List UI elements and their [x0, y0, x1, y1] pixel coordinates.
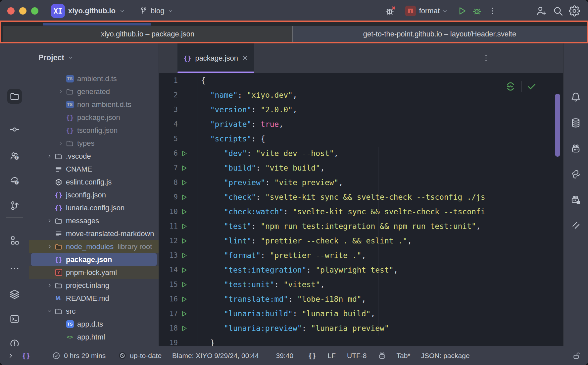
tree-item-move-translated-markdown[interactable]: move-translated-markdown — [29, 227, 159, 240]
terminal-icon[interactable] — [7, 312, 22, 326]
blame-widget[interactable]: Blame: XIYO 9/29/24, 00:44 — [172, 352, 259, 360]
caret-position-widget[interactable]: 39:40 — [276, 352, 294, 360]
run-script-gutter-icon[interactable] — [178, 292, 190, 306]
code-line-9[interactable]: 9 "check": "svelte-kit sync && svelte-ch… — [159, 190, 563, 204]
run-script-gutter-icon[interactable] — [178, 146, 190, 161]
structure-icon[interactable] — [7, 233, 22, 248]
code-editor[interactable]: 1{2 "name": "xiyo.dev",3 "version": "2.0… — [159, 73, 563, 346]
tree-item-app-html[interactable]: <>app.html — [29, 331, 159, 343]
zoom-window-button[interactable] — [31, 7, 38, 15]
inspections-widget[interactable] — [505, 80, 537, 92]
close-window-button[interactable] — [7, 7, 15, 15]
chevron-down-icon[interactable] — [442, 8, 448, 14]
code-line-19[interactable]: 19 } — [159, 336, 563, 346]
code-line-11[interactable]: 11 "test": "npm run test:integration && … — [159, 219, 563, 234]
editor-tab-package-json[interactable]: {} package.json ✕ — [177, 43, 254, 73]
code-line-8[interactable]: 8 "preview": "vite preview", — [159, 175, 563, 190]
chevron-right-icon[interactable] — [44, 218, 54, 224]
run-script-gutter-icon[interactable] — [178, 219, 190, 234]
code-line-6[interactable]: 6 "dev": "vite dev --host", — [159, 146, 563, 161]
code-with-me-user-plus-icon[interactable] — [535, 5, 548, 17]
project-folder-icon[interactable] — [7, 89, 22, 104]
search-everywhere-icon[interactable] — [552, 5, 564, 17]
code-line-7[interactable]: 7 "build": "vite build", — [159, 161, 563, 175]
npm-run-config-icon[interactable] — [405, 6, 416, 16]
tree-item-types[interactable]: types — [29, 137, 159, 150]
settings-gear-icon[interactable] — [568, 5, 581, 17]
project-panel-header[interactable]: Project — [29, 43, 159, 72]
project-widget[interactable]: XI xiyo.github.io — [51, 4, 125, 18]
code-line-2[interactable]: 2 "name": "xiyo.dev", — [159, 88, 563, 102]
chevron-right-icon[interactable] — [56, 140, 66, 146]
window-switcher-item-selected[interactable]: xiyo.github.io – package.json — [3, 26, 293, 42]
tree-item-ambient-d-ts[interactable]: TSambient.d.ts — [29, 72, 159, 85]
code-line-4[interactable]: 4 "private": true, — [159, 117, 563, 131]
services-icon[interactable] — [7, 287, 22, 301]
tree-item-src[interactable]: src — [29, 305, 159, 318]
chevron-right-icon[interactable] — [56, 88, 66, 95]
run-script-gutter-icon[interactable] — [178, 248, 190, 263]
statusbar-expand-chevron-icon[interactable] — [7, 352, 15, 359]
more-actions-kebab-icon[interactable] — [486, 5, 499, 17]
run-config-name[interactable]: format — [419, 7, 440, 15]
tree-item--vscode[interactable]: .vscode — [29, 150, 159, 163]
code-line-3[interactable]: 3 "version": "2.0.0", — [159, 102, 563, 117]
run-script-gutter-icon[interactable] — [178, 321, 190, 336]
json-scope-braces-icon[interactable]: {} — [22, 352, 30, 360]
code-line-5[interactable]: 5 "scripts": { — [159, 131, 563, 146]
tree-item-non-ambient-d-ts[interactable]: TSnon-ambient.d.ts — [29, 98, 159, 111]
notifications-bell-icon[interactable] — [568, 90, 583, 104]
diff-lines-icon[interactable] — [568, 218, 583, 233]
file-type-widget[interactable]: JSON: package — [421, 352, 470, 360]
code-line-14[interactable]: 14 "test:integration": "playwright test"… — [159, 263, 563, 277]
vcs-branch-widget[interactable]: blog — [139, 7, 174, 15]
run-script-gutter-icon[interactable] — [178, 175, 190, 190]
run-script-gutter-icon[interactable] — [178, 161, 190, 175]
ai-chat-icon[interactable] — [568, 193, 583, 207]
code-line-10[interactable]: 10 "check:watch": "svelte-kit sync && sv… — [159, 204, 563, 219]
tree-item-app-d-ts[interactable]: TSapp.d.ts — [29, 318, 159, 331]
code-line-13[interactable]: 13 "format": "prettier --write .", — [159, 248, 563, 263]
ai-assistant-icon[interactable] — [568, 141, 583, 156]
tree-item-lunaria-config-json[interactable]: {}lunaria.config.json — [29, 201, 159, 214]
indent-widget[interactable]: Tab* — [396, 352, 410, 360]
inspections-help-icon[interactable]: ? — [7, 174, 22, 188]
tree-item-node-modules[interactable]: node_moduleslibrary root — [29, 240, 159, 253]
code-line-1[interactable]: 1{ — [159, 73, 563, 88]
chevron-right-icon[interactable] — [44, 282, 54, 288]
code-line-15[interactable]: 15 "test:unit": "vitest", — [159, 277, 563, 292]
more-icon[interactable] — [7, 261, 22, 276]
update-project-icon[interactable] — [7, 198, 22, 213]
tree-item-package-json[interactable]: {}package.json — [29, 111, 159, 124]
run-script-gutter-icon[interactable] — [178, 306, 190, 321]
run-script-gutter-icon[interactable] — [178, 263, 190, 277]
run-script-gutter-icon[interactable] — [178, 277, 190, 292]
chevron-right-icon[interactable] — [44, 243, 54, 250]
tree-item-tsconfig-json[interactable]: {}tsconfig.json — [29, 124, 159, 137]
ai-assistant-status-icon[interactable] — [378, 351, 386, 360]
close-tab-icon[interactable]: ✕ — [242, 54, 248, 63]
tree-item-readme-md[interactable]: M↓README.md — [29, 292, 159, 305]
tree-item-project-inlang[interactable]: project.inlang — [29, 279, 159, 292]
tree-item-generated[interactable]: generated — [29, 85, 159, 98]
run-script-gutter-icon[interactable] — [178, 204, 190, 219]
debug-button[interactable] — [471, 5, 483, 17]
chevron-down-icon[interactable] — [44, 308, 54, 314]
line-ending-widget[interactable]: LF — [327, 352, 336, 360]
time-tracker-widget[interactable]: 0 hrs 29 mins — [52, 351, 106, 360]
editor-options-kebab-icon[interactable] — [479, 51, 493, 65]
code-line-16[interactable]: 16 "translate:md": "lobe-i18n md", — [159, 292, 563, 306]
database-icon[interactable] — [568, 116, 583, 130]
run-script-gutter-icon[interactable] — [178, 190, 190, 204]
mute-breakpoints-bug-icon[interactable] — [384, 5, 397, 17]
code-line-17[interactable]: 17 "lunaria:build": "lunaria build", — [159, 306, 563, 321]
vcs-status-widget[interactable]: up-to-date — [118, 351, 162, 360]
python-icon[interactable] — [568, 167, 583, 182]
people-help-icon[interactable]: ? — [7, 149, 22, 163]
tree-item-eslint-config-js[interactable]: eslint.config.js — [29, 176, 159, 188]
tree-item-pnpm-lock-yaml[interactable]: Ypnpm-lock.yaml — [29, 266, 159, 279]
commit-icon[interactable] — [7, 122, 22, 137]
minimize-window-button[interactable] — [19, 7, 26, 15]
chevron-right-icon[interactable] — [44, 153, 54, 159]
unlock-icon[interactable] — [572, 351, 581, 360]
